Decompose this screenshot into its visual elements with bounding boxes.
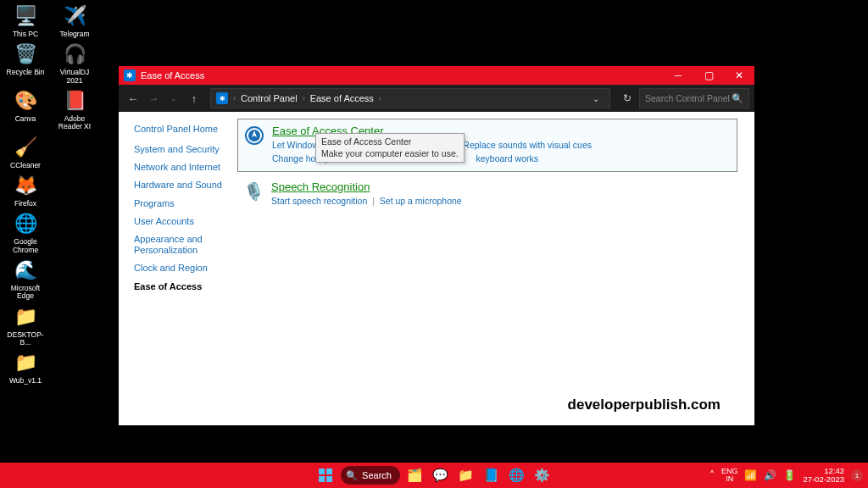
sidebar: Control Panel Home System and SecurityNe…: [119, 112, 237, 425]
icon-label: CCleaner: [10, 162, 41, 169]
desktop-icon-wub[interactable]: 📁Wub_v1.1: [5, 350, 46, 385]
desktop-icon-recycle-bin[interactable]: 🗑️Recycle Bin: [5, 42, 46, 85]
chevron-right-icon: ›: [233, 94, 236, 103]
icon-label: Google Chrome: [13, 238, 38, 254]
speech-recognition-group: 🎙️ Speech Recognition Start speech recog…: [237, 175, 737, 214]
desktop-icon-firefox[interactable]: 🦊Firefox: [5, 173, 46, 208]
telegram-icon: ✈️: [62, 3, 87, 29]
sidebar-item-appearance-and-personalization[interactable]: Appearance and Personalization: [134, 234, 237, 256]
taskbar-app-1[interactable]: 💬: [431, 465, 451, 485]
canva-icon: 🎨: [13, 88, 38, 114]
up-button[interactable]: ↑: [185, 89, 203, 108]
speech-recognition-link[interactable]: Speech Recognition: [271, 180, 731, 193]
desktop-b-icon: 📁: [13, 304, 38, 330]
sidebar-item-programs[interactable]: Programs: [134, 198, 237, 209]
clock[interactable]: 12:42 27-02-2023: [803, 467, 844, 485]
desktop-icon-ccleaner[interactable]: 🧹CCleaner: [5, 135, 46, 169]
tooltip-title: Ease of Access Center: [321, 136, 459, 148]
setup-microphone-link[interactable]: Set up a microphone: [380, 196, 462, 206]
battery-icon[interactable]: 🔋: [783, 469, 796, 481]
navbar: ← → ⌄ ↑ ✱ › Control Panel › Ease of Acce…: [119, 85, 754, 112]
tooltip: Ease of Access Center Make your computer…: [315, 133, 465, 163]
ccleaner-icon: 🧹: [13, 135, 38, 160]
task-view-button[interactable]: 🗂️: [405, 465, 426, 485]
language-indicator[interactable]: ENG IN: [721, 468, 738, 483]
wub-icon: 📁: [13, 350, 38, 375]
breadcrumb-dropdown[interactable]: ⌄: [587, 94, 604, 103]
breadcrumb-item[interactable]: Control Panel: [241, 93, 298, 103]
titlebar: ✱ Ease of Access ─ ▢ ✕: [119, 66, 754, 85]
svg-rect-3: [319, 469, 325, 474]
notification-badge[interactable]: 1: [851, 469, 863, 481]
search-input[interactable]: Search Control Panel 🔍: [639, 88, 749, 108]
icon-label: Firefox: [14, 200, 36, 208]
watermark: developerpublish.com: [568, 396, 721, 413]
icon-label: Adobe Reader XI: [58, 115, 91, 131]
sidebar-item-clock-and-region[interactable]: Clock and Region: [134, 263, 237, 274]
desktop-icon-telegram[interactable]: ✈️Telegram: [54, 3, 95, 38]
desktop-icon-canva[interactable]: 🎨Canva: [5, 88, 46, 131]
system-tray: ˄ ENG IN 📶 🔊 🔋 12:42 27-02-2023 1: [709, 467, 863, 485]
minimize-button[interactable]: ─: [663, 66, 693, 85]
desktop-icon-desktop-b[interactable]: 📁DESKTOP-B...: [5, 304, 46, 347]
search-label: Search: [362, 470, 392, 480]
back-button[interactable]: ←: [124, 89, 142, 108]
sidebar-item-system-and-security[interactable]: System and Security: [134, 144, 237, 155]
icon-label: This PC: [13, 30, 38, 38]
chevron-right-icon: ›: [379, 94, 381, 103]
adobe-reader-icon: 📕: [62, 88, 87, 114]
taskbar-control-panel[interactable]: ⚙️: [532, 465, 553, 485]
sidebar-item-ease-of-access[interactable]: Ease of Access: [134, 281, 237, 292]
search-placeholder: Search Control Panel: [645, 93, 730, 103]
taskbar-word[interactable]: 📘: [481, 465, 502, 485]
taskbar-chrome[interactable]: 🌐: [507, 465, 527, 485]
icon-label: DESKTOP-B...: [5, 331, 46, 347]
keyboard-works-link[interactable]: keyboard works: [476, 153, 538, 164]
desktop-icon-adobe-reader[interactable]: 📕Adobe Reader XI: [54, 88, 95, 131]
control-panel-home-link[interactable]: Control Panel Home: [134, 124, 237, 134]
svg-rect-6: [326, 476, 332, 482]
replace-sounds-link[interactable]: Replace sounds with visual cues: [463, 140, 592, 150]
recycle-bin-icon: 🗑️: [13, 42, 38, 67]
sidebar-item-user-accounts[interactable]: User Accounts: [134, 216, 237, 227]
wifi-icon[interactable]: 📶: [744, 469, 757, 481]
icon-label: Wub_v1.1: [9, 377, 42, 385]
breadcrumb[interactable]: ✱ › Control Panel › Ease of Access › ⌄: [210, 88, 610, 108]
ease-of-access-icon: ✱: [124, 69, 136, 81]
maximize-button[interactable]: ▢: [693, 66, 724, 85]
breadcrumb-item[interactable]: Ease of Access: [310, 93, 374, 103]
taskbar-explorer[interactable]: 📁: [456, 465, 476, 485]
ease-of-access-center-icon: [243, 125, 265, 147]
svg-rect-4: [326, 469, 332, 474]
sidebar-item-hardware-and-sound[interactable]: Hardware and Sound: [134, 180, 237, 191]
desktop-icon-chrome[interactable]: 🌐Google Chrome: [5, 211, 46, 254]
search-icon: 🔍: [346, 470, 358, 481]
icon-label: Canva: [15, 115, 36, 123]
desktop-icon-virtualdj[interactable]: 🎧VirtualDJ 2021: [54, 42, 95, 85]
icon-label: Telegram: [60, 30, 90, 38]
refresh-button[interactable]: ↻: [617, 88, 637, 108]
forward-button[interactable]: →: [144, 89, 163, 108]
tray-expand[interactable]: ˄: [709, 469, 715, 481]
desktop-icon-this-pc[interactable]: 🖥️This PC: [5, 3, 46, 38]
chevron-right-icon: ›: [303, 94, 305, 103]
window-title: Ease of Access: [141, 70, 204, 80]
search-icon: 🔍: [732, 93, 743, 104]
close-button[interactable]: ✕: [724, 66, 754, 85]
tooltip-desc: Make your computer easier to use.: [321, 148, 459, 160]
virtualdj-icon: 🎧: [62, 42, 87, 67]
control-panel-icon: ✱: [216, 92, 228, 104]
microphone-icon: 🎙️: [242, 180, 264, 202]
start-button[interactable]: [315, 465, 336, 485]
desktop-icon-edge[interactable]: 🌊Microsoft Edge: [5, 258, 46, 301]
chrome-icon: 🌐: [13, 211, 38, 236]
volume-icon[interactable]: 🔊: [764, 469, 776, 481]
taskbar-search[interactable]: 🔍 Search: [341, 466, 400, 485]
start-speech-recognition-link[interactable]: Start speech recognition: [271, 196, 367, 206]
this-pc-icon: 🖥️: [13, 3, 38, 29]
icon-label: Microsoft Edge: [11, 285, 40, 301]
history-dropdown[interactable]: ⌄: [164, 89, 183, 108]
icon-label: Recycle Bin: [7, 69, 45, 76]
ease-of-access-center-group: Ease of Access Center Let Windows su Eas…: [237, 119, 737, 172]
sidebar-item-network-and-internet[interactable]: Network and Internet: [134, 162, 237, 173]
